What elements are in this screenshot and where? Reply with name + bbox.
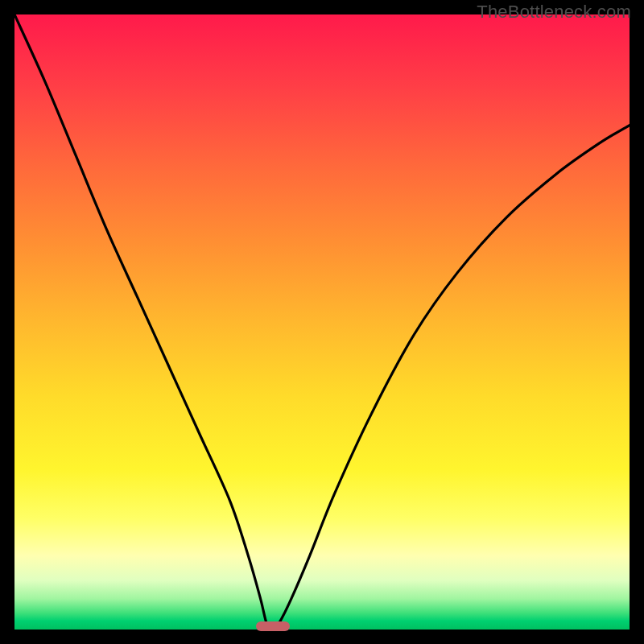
- watermark-text: TheBottleneck.com: [477, 2, 631, 23]
- bottleneck-curve: [14, 14, 630, 630]
- optimal-range-marker: [256, 621, 290, 631]
